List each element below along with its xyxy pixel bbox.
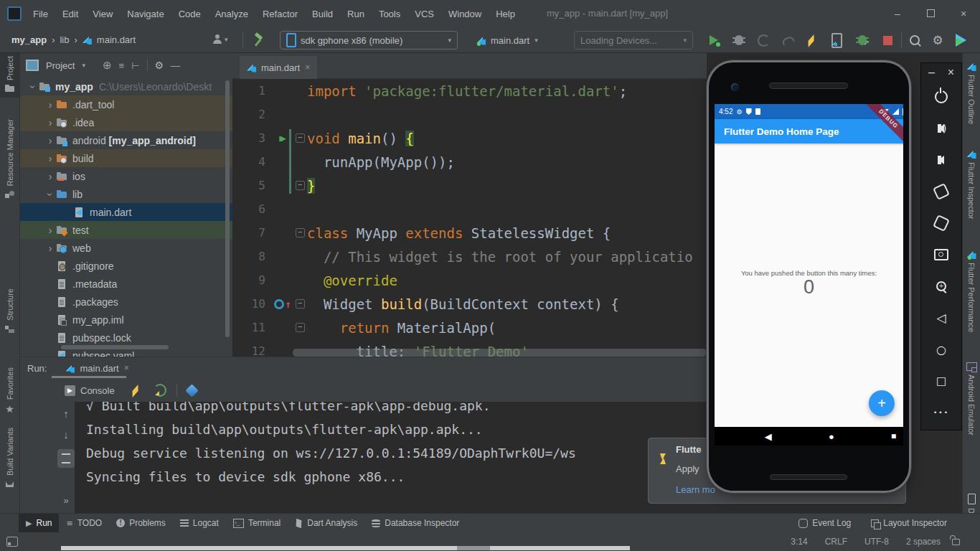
override-marker-icon[interactable]: ↑: [273, 298, 293, 310]
fold-marker[interactable]: −: [293, 133, 307, 143]
fold-marker[interactable]: −: [293, 228, 307, 237]
profile-button[interactable]: [755, 32, 771, 48]
emulator-minimize-button[interactable]: –: [928, 66, 935, 79]
apply-changes-button[interactable]: [780, 32, 796, 48]
toolwindow-tab-layout-inspector[interactable]: Layout Inspector: [864, 514, 954, 532]
settings-button[interactable]: ⚙: [930, 32, 946, 48]
fold-marker[interactable]: −: [293, 299, 307, 309]
tree-row-web[interactable]: ›web: [20, 239, 232, 257]
fab-increment-button[interactable]: +: [869, 390, 895, 416]
notification-link[interactable]: Learn mo: [676, 484, 715, 495]
code-line-2[interactable]: 2: [232, 103, 707, 126]
expand-all-icon[interactable]: ≡: [119, 60, 125, 71]
code-line-9[interactable]: 9 @override: [232, 268, 707, 292]
emulator-screenshot-button[interactable]: [934, 247, 948, 263]
toolwindow-tab-todo[interactable]: ≡TODO: [59, 514, 109, 532]
emulator-overview-button[interactable]: □: [936, 373, 946, 389]
emulator-back-button[interactable]: ◁: [936, 310, 946, 326]
emulator-more-button[interactable]: •••: [933, 405, 949, 420]
fold-marker[interactable]: −: [293, 181, 307, 190]
emulator-power-button[interactable]: [935, 89, 948, 105]
next-occurrence-icon[interactable]: ↓: [63, 428, 69, 441]
code-line-6[interactable]: 6: [232, 197, 707, 221]
menu-edit[interactable]: Edit: [55, 9, 85, 19]
breadcrumb-project[interactable]: my_app: [11, 34, 47, 45]
chevron-icon[interactable]: ›: [45, 189, 55, 200]
chevron-icon[interactable]: ›: [44, 243, 56, 253]
prev-occurrence-icon[interactable]: ↑: [63, 408, 69, 420]
status-item[interactable]: 3:14: [791, 537, 807, 547]
tree-row-ios[interactable]: ›ios: [20, 167, 232, 185]
sidebar-tab-favorites[interactable]: Favorites ★: [0, 367, 19, 415]
toolwindow-tab-event-log[interactable]: Event Log: [791, 514, 858, 532]
lock-icon[interactable]: [952, 539, 960, 545]
tree-row-my_app[interactable]: ›my_appC:\Users\Leonardo\Deskt: [20, 77, 232, 95]
menu-view[interactable]: View: [85, 9, 120, 19]
toolwindow-tab-run[interactable]: ▶Run: [19, 514, 59, 532]
chevron-icon[interactable]: ›: [44, 118, 56, 128]
more-actions-icon[interactable]: »: [63, 495, 68, 506]
stop-button[interactable]: [880, 32, 895, 48]
code-line-8[interactable]: 8 // This widget is the root of your app…: [232, 245, 707, 268]
collapse-all-icon[interactable]: ⊢: [131, 60, 139, 71]
debug-button[interactable]: [731, 32, 747, 48]
tree-row-build[interactable]: ›build: [20, 149, 232, 167]
soft-wrap-toggle[interactable]: [57, 449, 75, 468]
bottom-scrollbar-thumb[interactable]: [457, 546, 490, 550]
toolwindow-tab-terminal[interactable]: ›_Terminal: [226, 514, 288, 532]
tree-row-.packages[interactable]: .packages: [20, 293, 232, 311]
code-editor[interactable]: 1import 'package:flutter/material.dart';…: [232, 79, 707, 357]
sidebar-tab-android-emulator[interactable]: Android Emulator: [963, 362, 980, 435]
run-button[interactable]: [706, 32, 722, 48]
code-line-3[interactable]: 3▶▶−void main() {: [232, 126, 707, 150]
code-line-5[interactable]: 5−}: [232, 174, 707, 197]
chevron-icon[interactable]: ›: [44, 100, 56, 110]
device-manager-button[interactable]: [953, 32, 969, 48]
menu-analyze[interactable]: Analyze: [208, 9, 255, 19]
menu-refactor[interactable]: Refactor: [255, 9, 305, 19]
hide-panel-icon[interactable]: —: [171, 60, 180, 71]
project-tree[interactable]: ›my_appC:\Users\Leonardo\Deskt›.dart_too…: [20, 77, 232, 357]
sidebar-tab-resource-manager[interactable]: Resource Manager: [0, 119, 19, 199]
hot-reload-button[interactable]: [804, 32, 820, 48]
status-item[interactable]: CRLF: [825, 537, 847, 547]
nav-home-button[interactable]: ●: [829, 431, 834, 442]
hot-restart-icon[interactable]: [154, 384, 166, 397]
toolwindow-tab-database-inspector[interactable]: Database Inspector: [364, 514, 466, 532]
emulator-screen[interactable]: 4:52 ⚙ Flutter Demo Home Page DEBUG You …: [715, 104, 903, 446]
minimize-button[interactable]: –: [881, 0, 914, 27]
sidebar-tab-structure[interactable]: Structure: [0, 288, 19, 334]
menu-help[interactable]: Help: [489, 9, 522, 19]
chevron-icon[interactable]: ›: [44, 154, 56, 164]
hot-reload-icon[interactable]: [132, 385, 140, 391]
breadcrumb-lib[interactable]: lib: [60, 34, 69, 45]
menu-tools[interactable]: Tools: [372, 9, 407, 19]
gear-icon[interactable]: ⚙: [155, 60, 164, 70]
editor-tab-main-dart[interactable]: main.dart ×: [240, 56, 317, 79]
sidebar-tab-flutter-outline[interactable]: Flutter Outline: [963, 62, 980, 124]
chevron-down-icon[interactable]: ▾: [82, 62, 85, 69]
status-item[interactable]: UTF-8: [864, 537, 889, 547]
close-button[interactable]: ×: [947, 0, 980, 27]
vcs-user-button[interactable]: ▾: [212, 34, 228, 44]
menu-navigate[interactable]: Navigate: [120, 9, 171, 19]
emulator-rotate-left-button[interactable]: [935, 184, 948, 199]
run-config-dropdown[interactable]: main.dart ▾: [476, 31, 538, 50]
sidebar-tab-project[interactable]: Project: [0, 56, 19, 93]
menu-vcs[interactable]: VCS: [407, 9, 441, 19]
tree-row-main.dart[interactable]: main.dart: [20, 203, 232, 221]
nav-back-button[interactable]: ◀: [765, 431, 772, 442]
attach-debugger-button[interactable]: ↗: [854, 32, 870, 48]
fold-marker[interactable]: −: [293, 323, 307, 332]
bottom-scrollbar[interactable]: [61, 546, 630, 550]
chevron-icon[interactable]: ›: [28, 81, 38, 93]
tree-row-pubspec.lock[interactable]: pubspec.lock: [20, 329, 232, 347]
project-horizontal-scrollbar[interactable]: [61, 345, 169, 349]
console-output[interactable]: √ Built build\app\outputs\flutter-apk\ap…: [75, 402, 707, 513]
sidebar-tab-build-variants[interactable]: Build Variants: [0, 428, 19, 489]
tree-row-android[interactable]: ›android [my_app_android]: [20, 131, 232, 149]
tree-row-.gitignore[interactable]: .gitignore: [20, 257, 232, 275]
menu-window[interactable]: Window: [441, 9, 489, 19]
code-line-11[interactable]: 11− return MaterialApp(: [232, 316, 707, 339]
tree-row-my_app.iml[interactable]: my_app.iml: [20, 311, 232, 329]
